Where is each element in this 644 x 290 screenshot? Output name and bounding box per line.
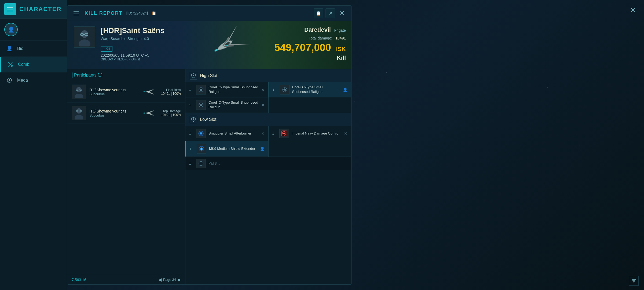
slot-count-r1: 1 (273, 88, 277, 91)
outcome-label: Kill (274, 55, 346, 61)
copy-button[interactable]: 📋 (314, 8, 323, 18)
ship-image-area (185, 21, 265, 69)
slot-item-2[interactable]: 1 Coreli C-Type Small Snubnosed Railgun … (185, 97, 268, 113)
more-items-label: Mid Sl... (208, 162, 220, 165)
participant-item[interactable]: [TO]Showme your cits Succubus Final Blow… (67, 81, 185, 103)
kill-report-id: [ID:7224024] (126, 11, 148, 15)
kill-report-panel: KILL REPORT [ID:7224024] 📋 📋 ↗ ✕ (67, 5, 352, 285)
export-button[interactable]: ↗ (325, 8, 335, 18)
char-panel-title: CHARACTER (19, 6, 61, 13)
kill-report-banner: [HDR]Saint Saëns Warp Scramble Strength:… (67, 21, 351, 69)
svg-point-55 (199, 161, 203, 166)
participant-avatar-2 (72, 106, 86, 120)
slot-count-1: 1 (189, 88, 193, 91)
slot-item-low-2[interactable]: 1 MK9 Me (185, 141, 268, 157)
slot-item-icon-2 (196, 100, 206, 110)
slot-item-icon-right-low-1 (279, 129, 289, 138)
slot-count-low-2: 1 (190, 147, 194, 150)
sidebar-item-bio[interactable]: 👤 Bio (0, 41, 67, 57)
participant-name-1: [TO]Showme your cits (89, 88, 136, 92)
sidebar-item-combat[interactable]: Comb (0, 57, 67, 73)
kill-report-menu-button[interactable] (72, 9, 81, 18)
next-page-button[interactable]: ▶ (178, 277, 181, 282)
participant-ship-img-1 (139, 86, 158, 97)
medals-icon (5, 76, 13, 84)
slot-count-right-low-1: 1 (272, 132, 277, 135)
person-icon-r1: 👤 (343, 88, 347, 92)
char-avatar-section: 👤 (0, 19, 67, 41)
participants-header: Participants [1] (67, 69, 185, 81)
participant-stats-1: Final Blow 10491 | 100% (161, 88, 181, 96)
kill-report-close-button[interactable]: ✕ (337, 8, 347, 18)
low-slot-header: Low Slot (185, 113, 351, 126)
participant-avatar-1 (72, 85, 86, 99)
kill-stats: Daredevil Frigate Total damage: 10491 54… (274, 26, 346, 61)
svg-point-7 (81, 30, 88, 38)
slot-item-close-low-1[interactable]: ✕ (261, 131, 265, 136)
participant-info-2: [TO]Showme your cits Succubus (89, 109, 136, 117)
participant-stat-label-1: Final Blow (161, 88, 181, 92)
high-slot-icon (190, 72, 197, 79)
svg-marker-5 (8, 79, 11, 82)
pilot-avatar (74, 26, 95, 48)
slot-item[interactable]: 1 Coreli C-Type Small Snubnosed Railgun … (185, 82, 268, 97)
slot-item-icon-low-1 (196, 129, 206, 138)
prev-page-button[interactable]: ◀ (158, 277, 162, 282)
low-slot-title: Low Slot (200, 117, 216, 122)
participant-ship-img-2 (139, 108, 158, 118)
fit-columns-high: 1 Coreli C-Type Small Snubnosed Railgun … (185, 82, 351, 113)
copy-icon: 📋 (316, 11, 321, 16)
page-amount: 7,563.16 (72, 278, 86, 282)
slot-item-right-low-1[interactable]: 1 (269, 126, 352, 141)
ship-name: Daredevil (304, 26, 331, 33)
low-slot-section: Low Slot 1 (185, 113, 351, 157)
filter-button[interactable] (629, 276, 639, 286)
total-damage-label: Total damage: (309, 36, 332, 40)
main-close-button[interactable]: ✕ (627, 4, 639, 16)
svg-point-43 (200, 133, 202, 134)
participant-damage-1: 10491 (161, 92, 170, 96)
fit-col-left-low: 1 Smuggler Small Afterburne (185, 126, 269, 157)
slot-item-low-1[interactable]: 1 Smuggler Small Afterburne (185, 126, 268, 141)
participants-panel: Participants [1] [TO]Showme your cits (67, 69, 185, 284)
slot-item-close-1[interactable]: ✕ (261, 87, 265, 92)
page-value: 7,563.16 (72, 278, 86, 282)
kill-report-actions: 📋 ↗ ✕ (314, 8, 347, 18)
ship-type: Frigate (334, 28, 346, 32)
page-label: Page 34 (163, 278, 176, 282)
slot-item-close-2[interactable]: ✕ (261, 103, 265, 108)
slot-count-2: 1 (189, 103, 193, 107)
fit-col-left-high: 1 Coreli C-Type Small Snubnosed Railgun … (185, 82, 269, 113)
menu-button[interactable] (4, 3, 16, 15)
high-slot-title: High Slot (200, 73, 217, 78)
fit-col-right-high: 1 Coreli C-Type Small Snubnosed Railgun … (269, 82, 352, 113)
slot-item-right-1[interactable]: 1 Coreli C-Type Small Snubnosed Railgun … (269, 82, 352, 97)
participant-percent-1: 100% (173, 92, 181, 96)
export-icon: ↗ (329, 11, 332, 16)
participant-stats-2: Top Damage 10491 | 100% (161, 109, 181, 117)
slot-item-icon-low-2 (197, 144, 206, 154)
participant-item-2[interactable]: [TO]Showme your cits Succubus Top Damage… (67, 103, 185, 124)
low-slot-icon (190, 116, 197, 123)
sidebar-item-medals[interactable]: Meda (0, 73, 67, 88)
high-slot-section: High Slot 1 (185, 69, 351, 113)
sidebar-item-label-medals: Meda (17, 78, 28, 83)
person-icon-low-2: 👤 (260, 147, 265, 151)
slot-item-name-low-2: MK9 Medium Shield Extender (209, 147, 257, 151)
kill-report-header: KILL REPORT [ID:7224024] 📋 📋 ↗ ✕ (67, 6, 351, 21)
char-header: CHARACTER (0, 0, 67, 19)
sidebar-item-label-combat: Comb (18, 62, 30, 67)
total-damage-value: 10491 (335, 36, 346, 40)
slot-item-close-right-low-1[interactable]: ✕ (344, 131, 347, 136)
slot-item-name-low-1: Smuggler Small Afterburner (208, 131, 258, 136)
filter-icon (631, 278, 636, 284)
participant-percent-2: 100% (173, 113, 181, 117)
total-damage-row: Total damage: 10491 (274, 36, 346, 40)
slot-item-name-2: Coreli C-Type Small Snubnosed Railgun (208, 100, 258, 110)
sidebar-item-label-bio: Bio (17, 46, 23, 51)
participant-info-1: [TO]Showme your cits Succubus (89, 88, 136, 96)
fit-col-right-low: 1 (269, 126, 352, 157)
pagination-row: 7,563.16 ◀ Page 34 ▶ (67, 275, 185, 284)
participant-ship-1: Succubus (89, 92, 136, 96)
slot-item-name-1: Coreli C-Type Small Snubnosed Railgun (208, 85, 258, 94)
